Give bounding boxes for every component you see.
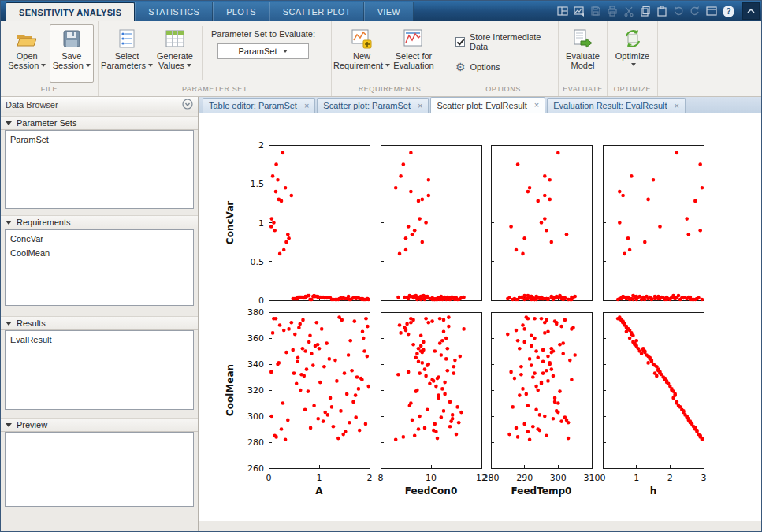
app-window: SENSITIVITY ANALYSIS STATISTICS PLOTS SC… (0, 0, 762, 532)
evaluate-model-label1: Evaluate (566, 51, 600, 61)
document-tab-bar: Table editor: ParamSet × Scatter plot: P… (199, 97, 761, 113)
svg-text:0: 0 (258, 296, 264, 306)
svg-text:1.5: 1.5 (251, 179, 265, 189)
doc-tab-label: Scatter plot: ParamSet (323, 99, 411, 113)
param-set-dropdown-value: ParamSet (239, 47, 277, 56)
svg-text:0: 0 (266, 473, 272, 483)
screenshot-icon[interactable] (571, 3, 587, 19)
document-area: Table editor: ParamSet × Scatter plot: P… (199, 97, 761, 531)
store-intermediate-data-checkbox[interactable]: Store Intermediate Data (455, 32, 551, 51)
help-icon[interactable]: ? (723, 6, 734, 17)
dropdown-caret-icon (86, 64, 91, 67)
evaluate-model-button[interactable]: Evaluate Model (563, 24, 603, 83)
list-item[interactable]: ConcVar (6, 232, 193, 246)
svg-text:8: 8 (378, 473, 384, 483)
preview-box (5, 432, 194, 507)
panel-menu-icon[interactable] (182, 99, 193, 111)
close-icon[interactable]: × (675, 102, 679, 110)
save-session-label2: Session (53, 61, 84, 70)
undo-icon[interactable] (670, 3, 686, 19)
new-requirement-icon (351, 28, 372, 50)
layout-icon[interactable] (554, 3, 571, 19)
svg-text:1: 1 (634, 473, 639, 483)
section-header-results[interactable]: Results (1, 316, 198, 330)
close-icon[interactable]: × (418, 102, 422, 110)
data-browser-panel: Data Browser Parameter Sets ParamSet Req… (1, 97, 199, 531)
list-item[interactable]: EvalResult (6, 333, 193, 347)
results-list[interactable]: EvalResult (5, 330, 194, 410)
list-item[interactable]: CoolMean (6, 246, 193, 260)
tab-view[interactable]: VIEW (364, 2, 414, 21)
doc-tab-evaluation-result[interactable]: Evaluation Result: EvalResult × (547, 98, 686, 113)
svg-text:280: 280 (247, 437, 264, 448)
generate-values-icon (165, 28, 184, 50)
ribbon-group-evaluate: Evaluate Model EVALUATE (559, 21, 608, 96)
list-item[interactable]: ParamSet (6, 132, 193, 147)
svg-text:3: 3 (701, 473, 707, 483)
print-icon[interactable] (604, 3, 620, 19)
tab-scatter-plot[interactable]: SCATTER PLOT (269, 2, 364, 21)
section-header-parameter-sets[interactable]: Parameter Sets (1, 116, 198, 130)
scatter-plot-canvas[interactable]: ConcVar00.511.52CoolMean2602803003203403… (199, 113, 761, 521)
generate-values-button[interactable]: Generate Values (151, 24, 199, 83)
section-title: Requirements (17, 218, 70, 227)
new-requirement-label2: Requirement (333, 61, 383, 70)
paste-icon[interactable] (653, 3, 670, 19)
svg-text:2: 2 (667, 473, 673, 483)
ribbon-group-parameter-set: Select Parameters Generate Values Parame… (99, 21, 332, 96)
options-button[interactable]: ⚙ Options (455, 61, 551, 73)
window-icon[interactable] (703, 3, 719, 19)
redo-icon[interactable] (686, 3, 703, 19)
svg-text:ConcVar: ConcVar (225, 201, 236, 244)
close-icon[interactable]: × (534, 101, 539, 110)
dropdown-caret-icon (187, 64, 191, 67)
open-folder-icon (17, 28, 37, 50)
optimize-button[interactable]: Optimize (611, 24, 653, 83)
tab-statistics[interactable]: STATISTICS (135, 2, 213, 21)
close-icon[interactable]: × (304, 102, 309, 110)
select-for-evaluation-button[interactable]: Select for Evaluation (388, 24, 440, 83)
tab-sensitivity-analysis[interactable]: SENSITIVITY ANALYSIS (6, 2, 135, 21)
section-title: Results (17, 318, 46, 328)
gear-icon: ⚙ (455, 61, 466, 73)
tab-plots[interactable]: PLOTS (213, 2, 269, 21)
section-header-preview[interactable]: Preview (1, 418, 198, 432)
chevron-down-icon (283, 50, 288, 53)
svg-text:h: h (650, 485, 657, 497)
save-session-button[interactable]: Save Session (50, 24, 95, 83)
dropdown-caret-icon (631, 63, 636, 66)
generate-values-label2: Values (158, 61, 184, 70)
cut-icon[interactable] (620, 3, 637, 19)
svg-text:10: 10 (426, 473, 437, 483)
doc-tab-scatter-paramset[interactable]: Scatter plot: ParamSet × (317, 98, 429, 113)
svg-text:0: 0 (600, 473, 606, 483)
group-label-optimize: OPTIMIZE (608, 85, 657, 96)
select-parameters-icon (118, 28, 136, 50)
doc-tab-scatter-evalresult[interactable]: Scatter plot: EvalResult × (430, 97, 545, 113)
section-header-requirements[interactable]: Requirements (1, 215, 198, 229)
copy-icon[interactable] (637, 3, 653, 19)
open-session-button[interactable]: Open Session (5, 24, 50, 83)
select-for-evaluation-label1: Select for (396, 51, 432, 61)
optimize-label1: Optimize (615, 51, 649, 61)
minimize-toolstrip-icon[interactable] (742, 2, 760, 20)
select-parameters-button[interactable]: Select Parameters (102, 24, 151, 83)
svg-text:280: 280 (483, 473, 500, 483)
evaluate-model-icon (573, 28, 593, 50)
parameter-sets-list[interactable]: ParamSet (5, 130, 194, 209)
data-browser-title: Data Browser (6, 100, 58, 110)
doc-tab-label: Scatter plot: EvalResult (437, 99, 526, 113)
collapse-triangle-icon (6, 221, 12, 225)
section-title: Parameter Sets (17, 118, 76, 128)
requirements-list[interactable]: ConcVar CoolMean (5, 229, 194, 306)
new-requirement-button[interactable]: New Requirement (336, 24, 388, 83)
checkbox-checked-icon (455, 37, 465, 47)
param-set-dropdown[interactable]: ParamSet (217, 43, 309, 59)
save-icon[interactable] (587, 3, 604, 19)
doc-tab-table-editor[interactable]: Table editor: ParamSet × (203, 98, 315, 113)
ribbon: Open Session Save Session FILE Select Pa… (1, 21, 761, 97)
svg-text:1: 1 (317, 473, 322, 483)
scatter-plot-matrix[interactable]: ConcVar00.511.52CoolMean2602803003203403… (199, 113, 760, 521)
group-separator (202, 26, 203, 80)
svg-text:380: 380 (247, 307, 264, 318)
